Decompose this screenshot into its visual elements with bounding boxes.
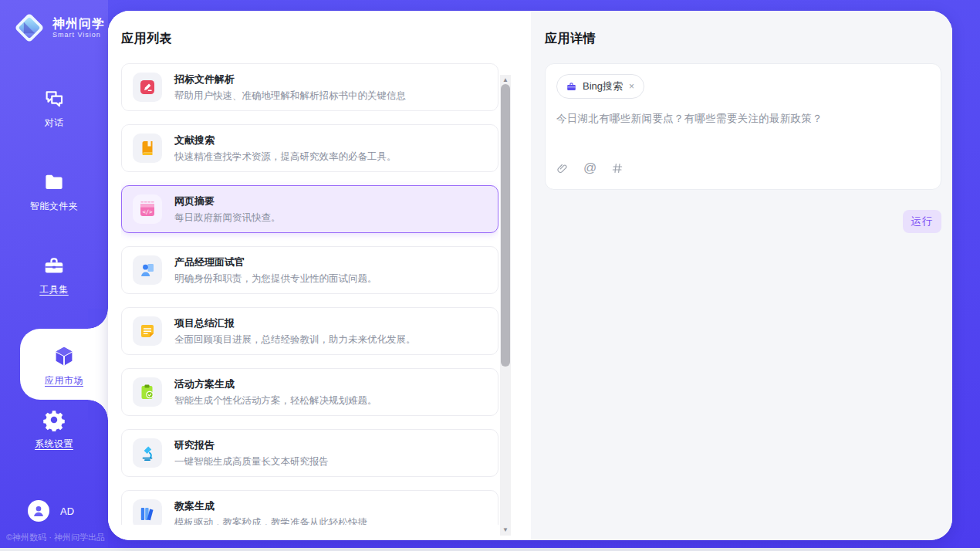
interviewer-icon [133, 255, 162, 285]
app-card-desc: 每日政府新闻资讯快查。 [174, 211, 281, 225]
clipboard-check-icon [133, 377, 162, 407]
user-avatar[interactable] [28, 500, 49, 522]
app-card-texts: 文献搜索快速精准查找学术资源，提高研究效率的必备工具。 [174, 134, 397, 164]
tag-close-icon[interactable]: × [628, 81, 635, 92]
svg-text:</>: </> [143, 208, 154, 215]
app-card-list: 招标文件解析帮助用户快速、准确地理解和解析招标书中的关键信息 文献搜索快速精准查… [121, 63, 498, 525]
run-button[interactable]: 运行 [903, 210, 941, 233]
user-row[interactable]: AD [28, 500, 74, 522]
app-card-name: 项目总结汇报 [174, 316, 416, 330]
sidebar-item-3[interactable]: 应用市场 [20, 329, 108, 400]
web-code-icon: </> [133, 194, 162, 224]
tool-tag-label: Bing搜索 [583, 79, 623, 93]
app-card-desc: 明确身份和职责，为您提供专业性的面试问题。 [174, 272, 377, 286]
app-list-panel: 应用列表 招标文件解析帮助用户快速、准确地理解和解析招标书中的关键信息 文献搜索… [108, 11, 531, 540]
app-card-texts: 项目总结汇报全面回顾项目进展，总结经验教训，助力未来优化发展。 [174, 316, 416, 346]
sidebar-item-label: 智能文件夹 [30, 200, 79, 213]
prompt-card: Bing搜索 × 今日湖北有哪些新闻要点？有哪些需要关注的最新政策？ @ [545, 63, 941, 190]
app-card-name: 产品经理面试官 [174, 255, 377, 269]
app-card-2[interactable]: </>网页摘要每日政府新闻资讯快查。 [121, 185, 498, 233]
app-card-0[interactable]: 招标文件解析帮助用户快速、准确地理解和解析招标书中的关键信息 [121, 63, 498, 111]
app-card-3[interactable]: 产品经理面试官明确身份和职责，为您提供专业性的面试问题。 [121, 246, 498, 294]
brand-logo: 神州问学 Smart Vision [0, 0, 108, 45]
app-card-1[interactable]: 文献搜索快速精准查找学术资源，提高研究效率的必备工具。 [121, 124, 498, 172]
paperclip-icon[interactable] [556, 162, 569, 175]
app-card-texts: 活动方案生成智能生成个性化活动方案，轻松解决规划难题。 [174, 377, 377, 407]
app-card-7[interactable]: 教案生成模板驱动，教案秒成，教学准备从此轻松快捷 [121, 490, 498, 525]
app-card-texts: 招标文件解析帮助用户快速、准确地理解和解析招标书中的关键信息 [174, 73, 406, 103]
microscope-icon [133, 438, 162, 468]
at-icon[interactable]: @ [583, 161, 596, 176]
app-card-desc: 智能生成个性化活动方案，轻松解决规划难题。 [174, 394, 377, 407]
app-card-name: 教案生成 [174, 499, 367, 513]
brand-name: 神州问学 [52, 17, 105, 31]
app-frame: 神州问学 Smart Vision 对话 智能文件夹 工具集 应用市场 系统设置… [0, 0, 980, 548]
sidebar-item-0[interactable]: 对话 [0, 79, 108, 162]
app-card-name: 研究报告 [174, 438, 329, 452]
app-card-texts: 教案生成模板驱动，教案秒成，教学准备从此轻松快捷 [174, 499, 367, 526]
app-card-6[interactable]: 研究报告一键智能生成高质量长文本研究报告 [121, 429, 498, 477]
copyright-text: ©神州数码 · 神州问学出品 [6, 532, 105, 543]
hash-icon[interactable] [611, 162, 623, 174]
app-card-texts: 产品经理面试官明确身份和职责，为您提供专业性的面试问题。 [174, 255, 377, 286]
book-icon [133, 134, 162, 163]
prompt-input[interactable]: 今日湖北有哪些新闻要点？有哪些需要关注的最新政策？ [556, 112, 930, 126]
briefcase-icon [566, 81, 577, 93]
app-card-desc: 模板驱动，教案秒成，教学准备从此轻松快捷 [174, 516, 367, 526]
user-initials: AD [60, 505, 74, 517]
scroll-down-icon[interactable]: ▼ [502, 525, 509, 536]
cube-icon [52, 344, 76, 369]
sidebar-item-1[interactable]: 智能文件夹 [0, 162, 108, 245]
input-toolbar: @ [556, 161, 930, 179]
sidebar-item-4[interactable]: 系统设置 [0, 400, 108, 483]
app-card-5[interactable]: 活动方案生成智能生成个性化活动方案，轻松解决规划难题。 [121, 368, 498, 416]
app-card-name: 网页摘要 [174, 194, 281, 208]
sidebar-item-label: 系统设置 [35, 438, 73, 451]
sidebar-nav: 对话 智能文件夹 工具集 应用市场 系统设置 [0, 79, 108, 483]
app-card-desc: 快速精准查找学术资源，提高研究效率的必备工具。 [174, 150, 397, 164]
tool-tag[interactable]: Bing搜索 × [556, 74, 644, 99]
app-card-desc: 全面回顾项目进展，总结经验教训，助力未来优化发展。 [174, 333, 416, 346]
folder-icon [42, 170, 66, 194]
sidebar-item-label: 应用市场 [45, 374, 83, 387]
app-card-texts: 研究报告一键智能生成高质量长文本研究报告 [174, 438, 329, 468]
scrollbar-thumb[interactable] [501, 84, 510, 367]
chat-icon [42, 86, 66, 111]
sidebar-item-label: 工具集 [39, 283, 69, 296]
scrollbar[interactable]: ▲ ▼ [500, 75, 511, 536]
main-panel: 应用列表 招标文件解析帮助用户快速、准确地理解和解析招标书中的关键信息 文献搜索… [108, 11, 952, 540]
toolbox-icon [42, 253, 66, 278]
app-detail-title: 应用详情 [545, 31, 941, 47]
app-detail-panel: 应用详情 Bing搜索 × 今日湖北有哪些新闻要点？有哪些需要关注的最新政策？ [531, 11, 952, 540]
app-card-desc: 帮助用户快速、准确地理解和解析招标书中的关键信息 [174, 90, 406, 103]
sidebar: 神州问学 Smart Vision 对话 智能文件夹 工具集 应用市场 系统设置… [0, 0, 108, 548]
app-card-name: 招标文件解析 [174, 73, 406, 86]
app-card-name: 文献搜索 [174, 134, 397, 147]
bid-document-icon [133, 73, 162, 102]
app-card-4[interactable]: 项目总结汇报全面回顾项目进展，总结经验教训，助力未来优化发展。 [121, 307, 498, 355]
app-list-title: 应用列表 [121, 31, 531, 47]
note-icon [133, 316, 162, 346]
app-card-texts: 网页摘要每日政府新闻资讯快查。 [174, 194, 281, 225]
brand-diamond-icon [12, 11, 46, 45]
gear-icon [42, 407, 66, 432]
app-card-desc: 一键智能生成高质量长文本研究报告 [174, 455, 329, 468]
books-icon [133, 499, 162, 525]
brand-tagline: Smart Vision [52, 31, 105, 39]
sidebar-item-label: 对话 [45, 117, 64, 130]
app-card-name: 活动方案生成 [174, 377, 377, 391]
